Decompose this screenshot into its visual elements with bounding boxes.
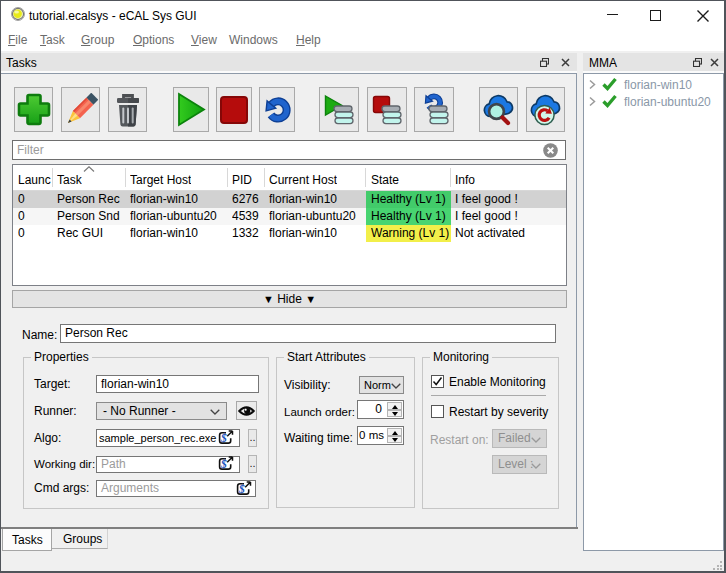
svg-text:$: $ bbox=[220, 432, 227, 444]
svg-text:$: $ bbox=[220, 458, 227, 470]
svg-text:$: $ bbox=[238, 483, 245, 495]
